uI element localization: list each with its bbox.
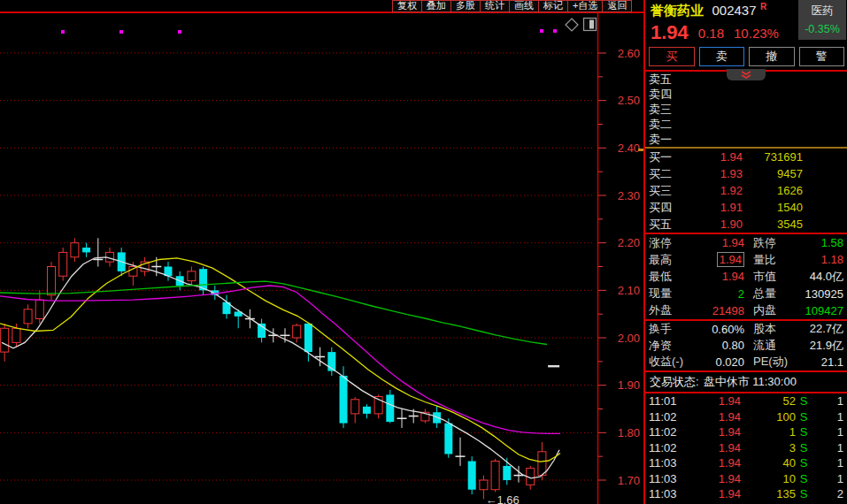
stat-row: 收益(-) 0.020 PE(动) 21.1: [645, 354, 847, 370]
stock-name: 誉衡药业: [651, 3, 704, 18]
collapse-handle[interactable]: [727, 69, 766, 80]
bid-row-4[interactable]: 买四 1.91 1540: [645, 199, 847, 216]
tick-row: 11:03 1.94 40 S 1: [645, 456, 847, 470]
y-axis-label: 1.90: [618, 378, 640, 392]
kline-chart: 2.602.502.402.302.202.102.001.901.801.70…: [0, 0, 645, 504]
candle-up: [35, 300, 43, 318]
stat-value: 130925: [796, 287, 843, 301]
ma-line-ma10: [0, 258, 560, 462]
stats-block-1: 涨停 1.94 跌停 1.58 最高 1.94 量比 1.18 最低 1.94 …: [645, 234, 847, 319]
ask-row-3[interactable]: 卖三: [645, 102, 847, 117]
tick-time: 11:03: [649, 456, 684, 470]
stat-value: 22.7亿: [796, 321, 843, 337]
bid-row-2[interactable]: 买二 1.93 9457: [645, 165, 847, 182]
stats-block-2: 换手 0.60% 股本 22.7亿 净资 0.80 流通 21.9亿 收益(-)…: [645, 321, 847, 370]
price-change: 0.18: [698, 26, 724, 41]
toolbar-item-stats[interactable]: 统计: [481, 0, 510, 12]
ask-row-4[interactable]: 卖四: [645, 87, 847, 102]
tick-count: 1: [812, 472, 843, 485]
toolbar-item-back[interactable]: 返回: [603, 0, 632, 12]
y-axis-label: 2.10: [618, 284, 640, 297]
alert-button[interactable]: 警: [799, 47, 845, 66]
app-root: { "toolbar": { "items": ["复权","叠加","多股",…: [0, 0, 847, 504]
candle-up: [24, 309, 32, 324]
tick-side: S: [796, 410, 812, 424]
bid-row-1[interactable]: 买一 1.94 731691: [645, 149, 847, 165]
toolbar-item-drawline[interactable]: 画线: [510, 0, 539, 12]
ask-queue: 卖五 卖四 卖三 卖二 卖一: [645, 72, 847, 147]
stat-value: 1.94: [693, 270, 744, 283]
toolbar-item-adjust[interactable]: 复权: [392, 0, 422, 12]
stat-value: 109427: [796, 304, 843, 317]
stat-value: 21.9亿: [796, 338, 843, 354]
magenta-dot: [540, 29, 543, 33]
bid-level-label: 买二: [649, 166, 684, 182]
stat-label: 内盘: [753, 302, 796, 318]
tick-count: 1: [812, 441, 843, 454]
candle-up: [351, 400, 359, 414]
sell-button[interactable]: 卖: [699, 47, 745, 66]
stock-header: 誉衡药业 002437 R 医药 -0.35%: [645, 0, 847, 21]
cancel-order-button[interactable]: 撤: [749, 47, 795, 66]
sector-name: 医药: [798, 4, 846, 19]
stat-label: 最低: [649, 269, 693, 285]
ask-level-label: 卖三: [649, 102, 684, 118]
stat-label: 市值: [753, 269, 796, 285]
last-price: 1.94: [651, 21, 689, 44]
stat-row: 外盘 21498 内盘 109427: [645, 302, 847, 319]
candle-down: [503, 466, 511, 480]
tick-price: 1.94: [684, 456, 741, 470]
tick-time: 11:02: [649, 410, 684, 424]
trading-status-value: 盘中休市 11:30:00: [704, 374, 797, 390]
candle-down: [82, 248, 90, 252]
bid-row-5[interactable]: 买五 1.90 3545: [645, 216, 847, 233]
ask-row-1[interactable]: 卖一: [645, 132, 847, 147]
tick-volume: 1: [741, 425, 796, 439]
candle-up: [12, 328, 20, 342]
bid-level-label: 买四: [649, 200, 684, 216]
candle-up: [293, 325, 301, 338]
diamond-icon[interactable]: [566, 19, 578, 31]
toolbar-item-mark[interactable]: 标记: [539, 0, 568, 12]
bid-volume: 3545: [743, 218, 803, 231]
price-change-pct: 10.23%: [734, 26, 779, 41]
buy-button[interactable]: 买: [649, 47, 695, 66]
candle-up: [480, 480, 488, 490]
tick-side: S: [796, 472, 812, 485]
tick-list: 11:01 1.94 52 S 1 11:02 1.94 100 S 1 11:…: [645, 393, 847, 502]
ask-level-label: 卖一: [649, 132, 684, 148]
bid-price: 1.92: [684, 184, 743, 197]
tick-count: 2: [812, 487, 843, 500]
stat-value: 0.60%: [693, 323, 744, 336]
toolbar-item-multistock[interactable]: 多股: [451, 0, 481, 12]
tick-volume: 100: [741, 410, 796, 424]
candle-up: [188, 271, 196, 281]
bid-price: 1.90: [684, 218, 743, 231]
bid-row-3[interactable]: 买三 1.92 1626: [645, 182, 847, 199]
candle-down: [363, 407, 371, 414]
ask-row-2[interactable]: 卖二: [645, 117, 847, 132]
y-axis-label: 2.50: [618, 94, 640, 107]
tick-price: 1.94: [684, 487, 741, 500]
magenta-dot: [553, 29, 557, 33]
bid-price: 1.93: [684, 167, 743, 180]
tick-volume: 40: [741, 456, 796, 470]
tick-time: 11:03: [649, 487, 684, 500]
toolbar-item-overlay[interactable]: 叠加: [422, 0, 451, 12]
stat-label: 股本: [753, 321, 796, 337]
tick-price: 1.94: [684, 425, 741, 439]
bid-price: 1.94: [684, 150, 743, 164]
candle-down: [386, 394, 394, 422]
sector-badge[interactable]: 医药 -0.35%: [798, 0, 846, 40]
stat-value: 1.94: [693, 236, 744, 249]
stat-value: 21.1: [796, 355, 843, 369]
toolbar-item-add-watch[interactable]: +自选: [568, 0, 603, 12]
terminal-window: 2.602.502.402.302.202.102.001.901.801.70…: [0, 0, 847, 504]
ask-level-label: 卖五: [649, 72, 684, 88]
ask-level-label: 卖二: [649, 117, 684, 133]
candle-up: [1, 328, 9, 352]
magenta-dot: [61, 30, 65, 34]
stat-label: 现量: [649, 286, 693, 302]
trading-status-label: 交易状态:: [650, 374, 699, 390]
tick-time: 11:02: [649, 441, 684, 454]
